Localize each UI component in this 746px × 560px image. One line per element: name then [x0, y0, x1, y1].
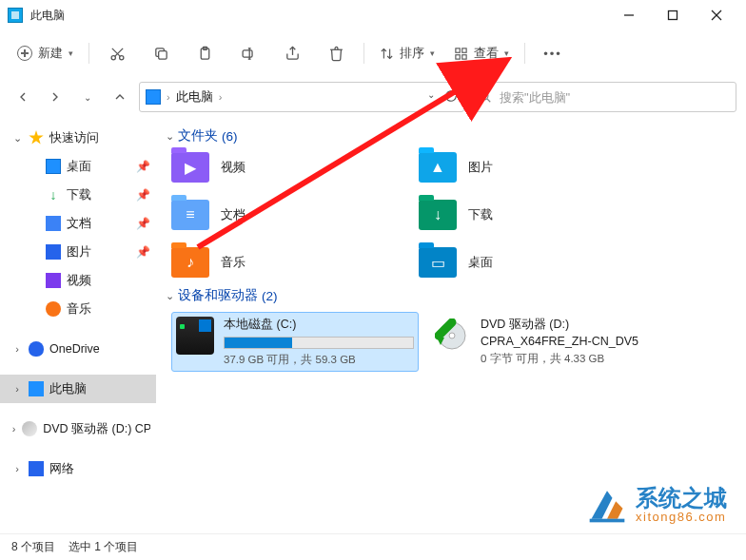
dvd-drive-icon — [433, 317, 471, 355]
window-controls — [607, 0, 738, 30]
group-header-devices[interactable]: ⌄ 设备和驱动器 (2) — [166, 287, 736, 304]
search-input[interactable] — [500, 90, 728, 105]
rename-button[interactable] — [228, 36, 268, 70]
share-button[interactable] — [272, 36, 312, 70]
svg-rect-1 — [669, 11, 677, 20]
sidebar-item-music[interactable]: 音乐 — [0, 295, 156, 323]
address-bar[interactable]: › 此电脑 › ⌄ — [139, 82, 464, 112]
chevron-down-icon: ▾ — [430, 48, 435, 58]
status-bar: 8 个项目 选中 1 个项目 — [0, 533, 746, 560]
star-icon — [29, 130, 44, 145]
toolbar-divider — [88, 43, 89, 64]
sidebar-label: OneDrive — [49, 342, 100, 356]
search-box[interactable] — [470, 82, 736, 112]
folder-item[interactable]: ↓下载 — [419, 200, 657, 230]
sort-button[interactable]: 排序 ▾ — [372, 36, 442, 70]
drive-c[interactable]: 本地磁盘 (C:) 37.9 GB 可用，共 59.3 GB — [171, 312, 419, 372]
folder-icon: ♪ — [171, 247, 209, 278]
folder-item[interactable]: ▲图片 — [419, 152, 657, 183]
up-button[interactable] — [107, 84, 133, 110]
sidebar-this-pc[interactable]: › 此电脑 — [0, 375, 156, 403]
content-pane[interactable]: ⌄ 文件夹 (6) ▶视频▲图片≡文档↓下载♪音乐▭桌面 ⌄ 设备和驱动器 (2… — [156, 118, 746, 533]
drive-capacity-bar — [224, 337, 414, 349]
folder-item[interactable]: ≡文档 — [171, 200, 409, 230]
group-header-folders[interactable]: ⌄ 文件夹 (6) — [166, 127, 736, 145]
download-icon: ↓ — [46, 187, 61, 203]
folder-icon: ↓ — [419, 200, 457, 230]
sort-label: 排序 — [400, 45, 424, 62]
chevron-down-icon: ⌄ — [166, 130, 174, 143]
view-label: 查看 — [474, 45, 499, 62]
drive-d[interactable]: DVD 驱动器 (D:) CPRA_X64FRE_ZH-CN_DV5 0 字节 … — [428, 312, 714, 372]
folder-item[interactable]: ▶视频 — [171, 152, 409, 183]
folder-label: 文档 — [221, 206, 245, 223]
view-button[interactable]: 查看 ▾ — [446, 36, 517, 70]
copy-button[interactable] — [141, 36, 181, 70]
cut-button[interactable] — [97, 36, 137, 70]
chevron-down-icon: ⌄ — [11, 132, 23, 145]
nav-pane: ⌄ 快速访问 桌面 📌 ↓ 下载 📌 文档 📌 图片 📌 — [0, 118, 156, 533]
folder-icon: ▲ — [419, 152, 457, 183]
address-dropdown-button[interactable]: ⌄ — [427, 89, 435, 106]
sidebar-item-documents[interactable]: 文档 📌 — [0, 209, 156, 238]
recent-button[interactable]: ⌄ — [74, 84, 101, 110]
this-pc-icon — [8, 8, 23, 23]
chevron-right-icon: › — [11, 463, 23, 474]
sidebar-item-pictures[interactable]: 图片 📌 — [0, 238, 156, 266]
group-label: 文件夹 — [178, 127, 218, 145]
sidebar-onedrive[interactable]: › OneDrive — [0, 335, 156, 363]
sidebar-label: 文档 — [67, 216, 91, 232]
sidebar-item-downloads[interactable]: ↓ 下载 📌 — [0, 181, 156, 209]
new-button[interactable]: 新建 ▾ — [10, 36, 81, 70]
cloud-icon — [29, 341, 44, 357]
forward-button[interactable] — [42, 84, 69, 110]
desktop-icon — [46, 159, 61, 174]
sidebar-label: 桌面 — [67, 159, 91, 175]
dvd-icon — [22, 421, 37, 436]
close-button[interactable] — [695, 0, 738, 30]
network-icon — [29, 461, 44, 476]
maximize-button[interactable] — [651, 0, 695, 30]
folder-item[interactable]: ▭桌面 — [419, 247, 657, 278]
picture-icon — [46, 244, 61, 260]
sidebar-dvd[interactable]: › DVD 驱动器 (D:) CPRA_X64FRE_ZH-CN_DV5 — [0, 415, 156, 443]
toolbar: 新建 ▾ 排序 ▾ 查看 ▾ ••• — [0, 30, 746, 76]
toolbar-divider — [524, 43, 525, 64]
sidebar-label: DVD 驱动器 (D:) CPRA_X64FRE_ZH-CN_DV5 — [43, 421, 150, 437]
back-button[interactable] — [10, 84, 36, 110]
paste-button[interactable] — [185, 36, 225, 70]
new-label: 新建 — [38, 45, 63, 62]
sidebar-label: 图片 — [67, 244, 91, 261]
more-button[interactable]: ••• — [533, 36, 573, 70]
breadcrumb-sep: › — [167, 91, 170, 103]
breadcrumb-sep[interactable]: › — [219, 91, 223, 103]
folder-item[interactable]: ♪音乐 — [171, 247, 409, 278]
svg-rect-8 — [158, 50, 167, 59]
this-pc-icon — [146, 89, 161, 105]
folder-label: 音乐 — [221, 254, 245, 271]
folder-label: 桌面 — [468, 254, 493, 271]
nav-row: ⌄ › 此电脑 › ⌄ — [0, 76, 746, 118]
delete-button[interactable] — [316, 36, 356, 70]
folders-grid: ▶视频▲图片≡文档↓下载♪音乐▭桌面 — [171, 152, 736, 278]
breadcrumb-location[interactable]: 此电脑 — [176, 88, 213, 106]
sidebar-label: 此电脑 — [49, 381, 87, 397]
toolbar-divider — [363, 43, 364, 64]
refresh-button[interactable] — [444, 89, 458, 106]
folder-label: 下载 — [468, 206, 493, 223]
chevron-right-icon: › — [11, 423, 16, 434]
folder-icon: ≡ — [171, 200, 209, 230]
minimize-button[interactable] — [607, 0, 651, 30]
sidebar-label: 网络 — [49, 461, 74, 477]
sidebar-item-videos[interactable]: 视频 — [0, 266, 156, 295]
plus-icon — [17, 46, 32, 61]
sidebar-item-desktop[interactable]: 桌面 📌 — [0, 152, 156, 181]
chevron-down-icon: ▾ — [69, 48, 73, 58]
svg-rect-20 — [456, 54, 460, 58]
sidebar-network[interactable]: › 网络 — [0, 454, 156, 483]
search-icon — [479, 90, 492, 104]
group-label: 设备和驱动器 — [178, 287, 258, 304]
status-count: 8 个项目 — [11, 539, 55, 555]
sidebar-quick-access[interactable]: ⌄ 快速访问 — [0, 124, 156, 152]
pin-icon: 📌 — [136, 188, 150, 202]
